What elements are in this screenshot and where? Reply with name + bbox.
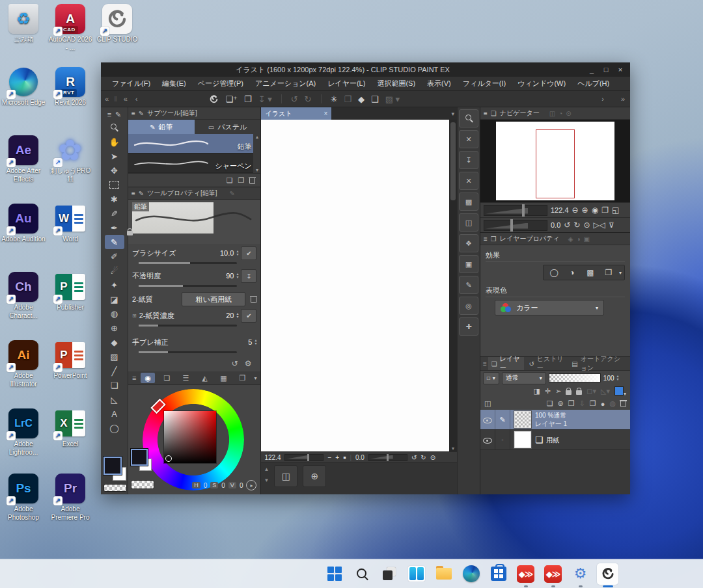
stepper-icon[interactable]: ▴▾: [236, 250, 238, 256]
layer-color-effect-button[interactable]: ❐: [601, 267, 616, 278]
panel-menu-icon[interactable]: ≡: [107, 111, 111, 118]
desktop-icon-powerpoint[interactable]: P ↗ PowerPoint: [47, 340, 94, 381]
desktop-icon-edge[interactable]: ↗ Microsoft Edge: [0, 67, 47, 107]
visibility-eye-icon[interactable]: [483, 436, 492, 444]
sv-selector-dot[interactable]: [165, 455, 172, 462]
canvas-zoom-slider[interactable]: [284, 454, 324, 461]
fit-to-window-icon[interactable]: ◱: [612, 206, 619, 215]
panel-menu-icon[interactable]: ≡: [484, 235, 488, 243]
flip-vertical-icon[interactable]: ⊽: [609, 220, 614, 230]
opacity-source-button[interactable]: ↧: [241, 269, 256, 283]
subtool-group-tab-pencil[interactable]: ✎ 鉛筆: [128, 120, 195, 134]
dock-expand-right-icon[interactable]: »: [621, 95, 625, 103]
redo-button[interactable]: ↻: [305, 94, 312, 104]
main-color-swatches[interactable]: [103, 457, 126, 490]
dock-image-material-button[interactable]: ▣: [459, 255, 478, 273]
duplicate-subtool-button[interactable]: ❐: [238, 176, 245, 185]
transparent-color-swatch[interactable]: [131, 480, 154, 489]
blend-tool[interactable]: ◍: [105, 306, 124, 321]
blend-mode-dropdown[interactable]: 通常 ▾: [502, 372, 546, 384]
liquify-tool[interactable]: ⊕: [105, 321, 124, 335]
layer-opacity-value[interactable]: 100: [603, 375, 614, 382]
desktop-icon-premiere[interactable]: Pr ↗ Adobe Premiere Pro: [47, 474, 94, 522]
canvas-tab[interactable]: イラスト ×: [261, 107, 331, 120]
task-view-button[interactable]: [406, 563, 427, 585]
menu-page[interactable]: ページ管理(P): [192, 79, 249, 88]
merge-to-lower-button[interactable]: ❐: [590, 399, 596, 408]
brush-size-slider[interactable]: [139, 262, 237, 264]
desktop-icon-illustrator[interactable]: Ai ↗ Adobe Illustrator: [0, 340, 47, 388]
airbrush-tool[interactable]: ☄: [105, 263, 124, 278]
tab-information-icon[interactable]: ⊙: [566, 110, 571, 117]
expand-icon[interactable]: ⊞: [132, 313, 137, 319]
color-mode-toggle-icon[interactable]: ▸: [246, 480, 256, 490]
navigator-preview[interactable]: [480, 120, 630, 202]
fit-to-screen-icon[interactable]: ❐: [601, 206, 609, 215]
chevron-down-icon[interactable]: ▾: [451, 111, 454, 117]
tab-animation-icon[interactable]: ◈: [568, 235, 573, 243]
tab-item-bank-icon[interactable]: ◔: [558, 110, 562, 117]
pencil-tool[interactable]: ✎: [105, 235, 124, 249]
invert-selection-button[interactable]: ❐: [344, 94, 352, 104]
delete-subtool-button[interactable]: [249, 177, 255, 184]
snap-button[interactable]: ▨ ▾: [385, 94, 400, 104]
subtool-group-tab-pastel[interactable]: ▭ パステル: [195, 120, 261, 134]
start-button[interactable]: [324, 563, 345, 585]
reset-settings-icon[interactable]: ↺: [232, 359, 238, 368]
desktop-icon-clip-studio[interactable]: ↗ CLIP STUDIO: [94, 4, 141, 44]
menu-edit[interactable]: 編集(E): [156, 79, 192, 88]
zoom-out-icon[interactable]: ⊖: [572, 206, 579, 215]
dock-material-scatter-button[interactable]: ❖: [459, 234, 478, 252]
eyedropper-tool[interactable]: ✎: [105, 206, 124, 220]
dock-edit-material-button[interactable]: ✎: [459, 276, 478, 294]
figure-tool[interactable]: ╱: [105, 364, 124, 378]
fill-button[interactable]: ◆: [358, 94, 365, 104]
tab-color-set[interactable]: ❏: [159, 373, 174, 383]
panel-menu-icon[interactable]: ≡: [483, 360, 487, 368]
panel-menu-icon[interactable]: ≡: [132, 374, 136, 382]
close-button[interactable]: ×: [613, 66, 627, 74]
canvas-zoom-value[interactable]: 122.4: [264, 454, 281, 461]
opacity-slider[interactable]: [139, 285, 237, 287]
stacked-windows-app-button[interactable]: [378, 563, 400, 585]
rotate-left-icon[interactable]: ↺: [564, 220, 570, 230]
menu-window[interactable]: ウィンドウ(W): [512, 79, 572, 88]
canvas-rotate-slider[interactable]: [368, 454, 407, 461]
rotate-right-icon[interactable]: ↻: [573, 220, 580, 230]
minimize-button[interactable]: _: [585, 66, 599, 74]
close-icon[interactable]: ×: [324, 110, 328, 117]
page-spread-button[interactable]: ◫: [274, 465, 297, 487]
tone-effect-button[interactable]: ◑: [564, 267, 580, 278]
menu-help[interactable]: ヘルプ(H): [572, 79, 615, 88]
border-effect-button[interactable]: ◯: [546, 267, 562, 278]
reset-rotation-icon[interactable]: ⊙: [583, 220, 590, 230]
rotate-right-icon[interactable]: ↻: [420, 454, 426, 461]
secondary-tab-icon[interactable]: ✎: [229, 190, 234, 197]
subtool-item-pencil[interactable]: 鉛筆: [128, 134, 260, 154]
apply-mask-button[interactable]: ◍: [609, 399, 616, 408]
desktop-icon-publisher[interactable]: P ↗ Publisher: [47, 272, 94, 312]
layer-name[interactable]: 用紙: [547, 436, 560, 444]
hand-tool[interactable]: ✋: [105, 135, 124, 149]
draft-layer-icon[interactable]: ◻▾: [586, 387, 596, 395]
scroll-down-icon[interactable]: ▼: [449, 446, 457, 451]
desktop-icon-excel[interactable]: X ↗ Excel: [47, 408, 94, 449]
navigator-zoom-slider[interactable]: [484, 205, 547, 216]
tab-color-history[interactable]: ▦: [216, 373, 230, 383]
desktop-icon-revit[interactable]: R RVT ↗ Revit 2026: [47, 67, 94, 107]
rotate-left-icon[interactable]: ↺: [411, 454, 417, 461]
stepper-icon[interactable]: ▴▾: [236, 273, 238, 279]
crop-button[interactable]: ❑: [371, 94, 379, 104]
lock-transparent-pixels-icon[interactable]: [576, 390, 582, 395]
zoom-100-icon[interactable]: ■: [343, 455, 346, 460]
file-explorer-button[interactable]: [433, 563, 454, 585]
add-subtool-button[interactable]: ❏: [227, 176, 233, 185]
paper-density-value[interactable]: 20: [226, 312, 234, 319]
auto-select-tool[interactable]: ✱: [105, 192, 124, 206]
text-tool[interactable]: A: [105, 407, 124, 421]
tab-tone-icon[interactable]: ◑: [576, 235, 580, 243]
search-button[interactable]: [351, 563, 372, 585]
tab-color-wheel[interactable]: ◉: [141, 373, 155, 383]
desktop-icon-after-effects[interactable]: Ae ↗ Adobe After Effects: [0, 135, 47, 183]
ruler-range-icon[interactable]: ◺▾: [601, 387, 610, 395]
